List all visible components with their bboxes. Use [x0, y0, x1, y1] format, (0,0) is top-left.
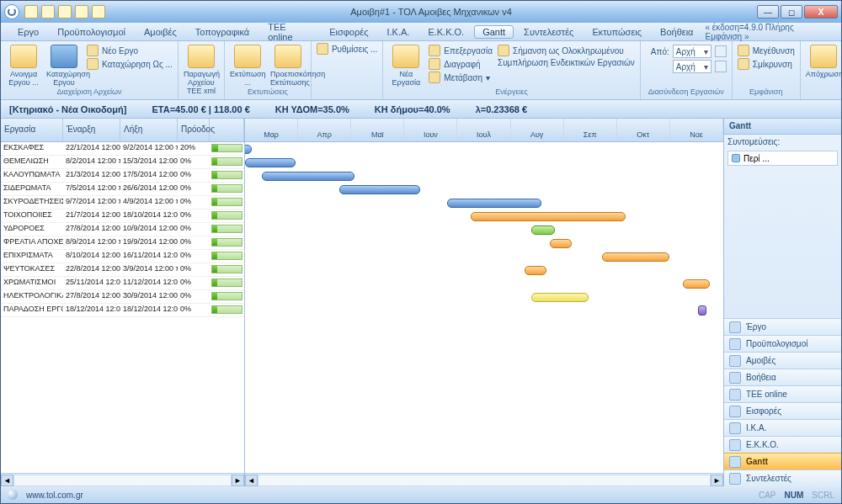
table-row[interactable]: ΦΡΕΑΤΙΑ ΑΠΟΧΕ8/9/2014 12:00 πμ19/9/2014 …: [1, 236, 244, 250]
maximize-button[interactable]: ◻: [781, 5, 802, 19]
edit-task-button[interactable]: Επεξεργασία: [429, 45, 493, 56]
print-preview-button[interactable]: Προεπισκόπηση Εκτύπωσης: [270, 43, 306, 87]
shortcuts-header: Συντομεύσεις:: [724, 135, 841, 149]
nav-item[interactable]: Ι.Κ.Α.: [724, 419, 841, 436]
nav-item[interactable]: Εισφορές: [724, 402, 841, 419]
table-row[interactable]: ΕΚΣΚΑΦΕΣ22/1/2014 12:00...9/2/2014 12:00…: [1, 142, 244, 156]
table-row[interactable]: ΣΙΔΕΡΩΜΑΤΑ7/5/2014 12:00 πμ26/6/2014 12:…: [1, 183, 244, 196]
nav-item[interactable]: Αμοιβές: [724, 352, 841, 369]
col-end[interactable]: Λήξη: [120, 119, 178, 141]
gantt-bar[interactable]: [550, 239, 572, 248]
menu-tab[interactable]: Ε.Κ.Κ.Ο.: [419, 25, 472, 39]
menu-tab[interactable]: Αμοιβές: [136, 25, 185, 39]
menu-tab[interactable]: Εκτυπώσεις: [584, 25, 650, 39]
gantt-bar[interactable]: [525, 266, 546, 275]
table-row[interactable]: ΚΑΛΟΥΠΩΜΑΤΑ21/3/2014 12:00...17/5/2014 1…: [1, 169, 244, 183]
col-task[interactable]: Εργασία: [1, 119, 63, 141]
version-label[interactable]: « έκδοση=4.9.0 Πλήρης Εμφάνιση »: [705, 23, 833, 41]
nav-item[interactable]: ΤΕΕ online: [724, 385, 841, 402]
gantt-bar[interactable]: [602, 252, 669, 262]
nav-item[interactable]: Συντελεστές: [724, 470, 841, 486]
table-row[interactable]: ΧΡΩΜΑΤΙΣΜΟΙ25/11/2014 12:0...11/12/2014 …: [1, 277, 244, 290]
qat-btn[interactable]: [41, 5, 55, 19]
col-progress[interactable]: Πρόοδος: [178, 119, 210, 141]
qat-btn[interactable]: [58, 5, 72, 19]
gantt-bar[interactable]: [531, 293, 589, 302]
shortcut-about[interactable]: Περί ...: [727, 151, 838, 166]
menu-tab[interactable]: Εισφορές: [321, 25, 376, 39]
qat-btn[interactable]: [92, 5, 105, 19]
gantt-bar[interactable]: [339, 185, 420, 194]
menu-tab[interactable]: Προϋπολογισμοί: [49, 25, 134, 39]
grid-h-scroll[interactable]: ◄►: [1, 473, 244, 486]
link-to-combo[interactable]: Αρχή▾: [646, 60, 727, 73]
nav-icon: [729, 456, 741, 468]
quick-access-toolbar: [24, 5, 105, 19]
cap-indicator: CAP: [759, 491, 776, 500]
menu-tab[interactable]: Συντελεστές: [515, 25, 582, 39]
print-button[interactable]: Εκτύπωση ...: [230, 43, 265, 87]
goto-task-button[interactable]: Μετάβαση▾: [429, 72, 493, 83]
nav-item[interactable]: Gantt: [724, 453, 841, 470]
link-from-combo[interactable]: Από:Αρχή▾: [646, 45, 727, 58]
table-row[interactable]: ΨΕΥΤΟΚΑΣΕΣ22/8/2014 12:00...3/9/2014 12:…: [1, 263, 244, 277]
gantt-bar[interactable]: [245, 145, 252, 154]
menu-tab[interactable]: ΤΕΕ online: [259, 20, 319, 44]
export-xml-button[interactable]: Παραγωγή Αρχείου ΤΕΕ xml ...: [184, 43, 219, 103]
menu-tab[interactable]: Τοπογραφικά: [187, 25, 258, 39]
gantt-bar[interactable]: [245, 158, 296, 167]
kh-dimos-label: ΚΗ δήμου=40.0%: [375, 104, 450, 114]
minimize-button[interactable]: —: [757, 5, 779, 19]
nav-icon: [729, 406, 741, 417]
save-project-button[interactable]: Καταχώρηση Εργου: [46, 43, 82, 87]
month-header: Ιουν: [404, 119, 457, 141]
menu-tab[interactable]: Εργο: [9, 25, 47, 39]
col-start[interactable]: Έναρξη: [63, 119, 120, 141]
nav-item[interactable]: Έργο: [724, 318, 841, 335]
nav-icon: [729, 473, 741, 485]
menu-tab[interactable]: Gantt: [474, 25, 514, 39]
table-row[interactable]: ΘΕΜΕΛΙΩΣΗ8/2/2014 12:00 πμ15/3/2014 12:0…: [1, 156, 244, 169]
nav-icon: [729, 439, 741, 451]
month-header: Οκτ: [617, 119, 670, 141]
month-header: Μαρ: [245, 119, 298, 141]
gantt-chart[interactable]: ΜαρΑπρΜαϊΙουνΙουλΑυγΣεπΟκτΝοε ◄►: [245, 119, 723, 486]
table-row[interactable]: ΥΔΡΟΡΟΕΣ27/8/2014 12:00...10/9/2014 12:0…: [1, 223, 244, 236]
zoom-in-button[interactable]: Μεγέθυνση: [738, 45, 795, 56]
mark-complete-button[interactable]: Σήμανση ως Ολοκληρωμένου: [498, 45, 635, 56]
open-project-button[interactable]: Ανοιγμα Εργου ...: [6, 43, 41, 87]
menu-tab[interactable]: Βοήθεια: [652, 25, 701, 39]
qat-btn[interactable]: [24, 5, 38, 19]
table-row[interactable]: ΣΚΥΡΟΔΕΤΗΣΕΙΣ9/7/2014 12:00 πμ4/9/2014 1…: [1, 196, 244, 210]
gantt-bar[interactable]: [531, 225, 555, 235]
table-row[interactable]: ΗΛΕΚΤΡΟΛΟΓΙΚΑ27/8/2014 12:00...30/9/2014…: [1, 290, 244, 304]
nav-item[interactable]: Βοήθεια: [724, 369, 841, 385]
fill-example-button[interactable]: Συμπλήρωση Ενδεικτικών Εργασιών: [498, 58, 635, 67]
gantt-bar[interactable]: [683, 279, 710, 289]
month-header: Ιουλ: [457, 119, 510, 141]
gantt-bar[interactable]: [447, 199, 541, 208]
window-title: Αμοιβη#1 - ΤΟΛ Αμοιβες Μηχανικων v4: [105, 7, 757, 17]
table-row[interactable]: ΤΟΙΧΟΠΟΙΙΕΣ21/7/2014 12:00...18/10/2014 …: [1, 210, 244, 223]
qat-btn[interactable]: [75, 5, 88, 19]
close-button[interactable]: X: [804, 5, 838, 19]
settings-button[interactable]: Ρυθμίσεις ...: [317, 43, 377, 55]
decolorize-button[interactable]: Απόχρωση: [806, 43, 841, 78]
delete-task-button[interactable]: Διαγραφή: [429, 58, 493, 70]
nav-item[interactable]: Ε.Κ.Κ.Ο.: [724, 436, 841, 453]
status-url[interactable]: www.tol.com.gr: [26, 491, 83, 500]
new-task-button[interactable]: Νέα Εργασία: [388, 43, 424, 87]
table-row[interactable]: ΠΑΡΑΔΟΣΗ ΕΡΓΟΥ18/12/2014 12:0...18/12/20…: [1, 304, 244, 317]
month-header: Νοε: [670, 119, 723, 141]
gantt-milestone[interactable]: [698, 305, 706, 316]
zoom-out-button[interactable]: Σμίκρυνση: [738, 58, 795, 70]
gantt-bar[interactable]: [471, 212, 626, 221]
nav-icon: [729, 321, 741, 333]
table-row[interactable]: ΕΠΙΧΡΙΣΜΑΤΑ8/10/2014 12:00...16/11/2014 …: [1, 250, 244, 263]
save-as-button[interactable]: Καταχώρηση Ως ...: [87, 58, 173, 70]
nav-item[interactable]: Προϋπολογισμοί: [724, 335, 841, 352]
gantt-bar[interactable]: [262, 172, 354, 181]
chart-h-scroll[interactable]: ◄►: [245, 473, 723, 486]
new-project-button[interactable]: Νέο Εργο: [87, 45, 173, 56]
menu-tab[interactable]: Ι.Κ.Α.: [378, 25, 418, 39]
